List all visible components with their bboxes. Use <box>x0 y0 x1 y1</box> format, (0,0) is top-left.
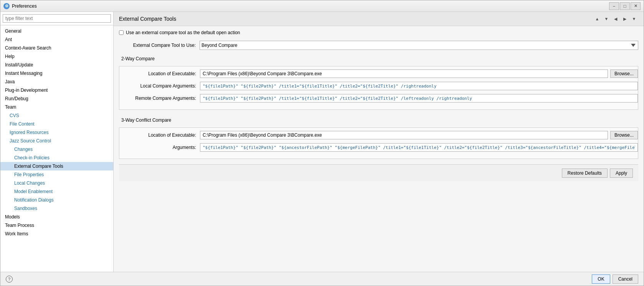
tool-select-wrapper: Beyond Compare <box>200 41 638 50</box>
three-way-args-wrapper <box>200 143 638 152</box>
two-way-remote-args-wrapper <box>200 94 638 102</box>
apply-button[interactable]: Apply <box>610 169 633 178</box>
sidebar-item-context-aware-search[interactable]: Context-Aware Search <box>0 44 113 52</box>
sidebar-item-team[interactable]: Team <box>0 103 113 111</box>
two-way-local-args-wrapper <box>200 82 638 90</box>
nav-forward-button[interactable]: ▶ <box>621 15 629 23</box>
minimize-button[interactable]: − <box>609 2 619 10</box>
sidebar-item-models[interactable]: Models <box>0 213 113 221</box>
ok-cancel-area: OK Cancel <box>592 274 638 284</box>
three-way-args-input[interactable] <box>200 143 638 152</box>
sidebar-item-file-properties[interactable]: File Properties <box>0 170 113 179</box>
two-way-remote-args-row: Remote Compare Arguments: <box>119 94 638 102</box>
sidebar-item-file-content[interactable]: File Content <box>0 120 113 128</box>
sidebar-item-instant-messaging[interactable]: Instant Messaging <box>0 69 113 78</box>
tool-selector-row: External Compare Tool to Use: Beyond Com… <box>119 41 638 50</box>
sidebar-item-notification-dialogs[interactable]: Notification Dialogs <box>0 196 113 204</box>
sidebar: GeneralAntContext-Aware SearchHelpInstal… <box>0 12 114 272</box>
sidebar-item-cvs[interactable]: CVS <box>0 111 113 120</box>
sidebar-item-ignored-resources[interactable]: Ignored Resources <box>0 128 113 137</box>
two-way-remote-args-label: Remote Compare Arguments: <box>119 96 200 101</box>
three-way-exe-label: Location of Executable: <box>119 132 200 138</box>
default-open-action-row: Use an external compare tool as the defa… <box>119 30 638 35</box>
filter-input[interactable] <box>3 14 111 23</box>
help-icon: ? <box>8 277 10 281</box>
three-way-args-row: Arguments: <box>119 143 638 152</box>
two-way-exe-field-wrapper: Browse... <box>200 69 638 78</box>
three-way-exe-row: Location of Executable: Browse... <box>119 131 638 139</box>
nav-buttons: ▲ ▼ ◀ ▶ ▼ <box>593 15 638 23</box>
two-way-exe-input[interactable] <box>200 69 608 78</box>
main-content: GeneralAntContext-Aware SearchHelpInstal… <box>0 12 644 272</box>
ok-button[interactable]: OK <box>592 274 610 284</box>
sidebar-item-work-items[interactable]: Work Items <box>0 230 113 238</box>
panel-header: External Compare Tools ▲ ▼ ◀ ▶ ▼ <box>114 12 644 26</box>
two-way-header: 2-Way Compare <box>119 54 638 64</box>
three-way-browse-button[interactable]: Browse... <box>610 131 638 139</box>
three-way-exe-field-wrapper: Browse... <box>200 131 638 139</box>
preferences-window: ⚙ Preferences − □ ✕ GeneralAntContext-Aw… <box>0 0 644 286</box>
sidebar-item-sandboxes[interactable]: Sandboxes <box>0 204 113 213</box>
two-way-box: Location of Executable: Browse... Local … <box>119 66 638 110</box>
two-way-local-args-input[interactable] <box>200 82 638 90</box>
restore-defaults-button[interactable]: Restore Defaults <box>562 169 608 178</box>
three-way-section: 3-Way Conflict Compare Location of Execu… <box>119 115 638 159</box>
default-action-checkbox[interactable] <box>119 30 124 35</box>
two-way-local-args-row: Local Compare Arguments: <box>119 82 638 90</box>
sidebar-item-external-compare-tools[interactable]: External Compare Tools <box>0 162 113 170</box>
window-title: Preferences <box>12 3 609 9</box>
cancel-button[interactable]: Cancel <box>613 274 638 284</box>
three-way-box: Location of Executable: Browse... Argume… <box>119 127 638 159</box>
sidebar-item-install-update[interactable]: Install/Update <box>0 61 113 69</box>
action-bar: Restore Defaults Apply <box>119 164 638 181</box>
nav-down-button[interactable]: ▼ <box>602 15 611 23</box>
filter-wrapper <box>0 12 113 25</box>
nav-up-button[interactable]: ▲ <box>593 15 601 23</box>
tool-label: External Compare Tool to Use: <box>119 43 200 48</box>
sidebar-item-general[interactable]: General <box>0 27 113 35</box>
window-footer: ? OK Cancel <box>0 272 644 286</box>
default-action-label: Use an external compare tool as the defa… <box>126 30 240 35</box>
three-way-exe-input[interactable] <box>200 131 608 139</box>
two-way-exe-row: Location of Executable: Browse... <box>119 69 638 78</box>
two-way-exe-label: Location of Executable: <box>119 71 200 76</box>
two-way-browse-button[interactable]: Browse... <box>610 69 638 78</box>
sidebar-item-check-in-policies[interactable]: Check-in Policies <box>0 154 113 162</box>
two-way-remote-args-input[interactable] <box>200 94 638 102</box>
app-icon: ⚙ <box>3 3 10 9</box>
tree: GeneralAntContext-Aware SearchHelpInstal… <box>0 25 113 272</box>
title-bar: ⚙ Preferences − □ ✕ <box>0 0 644 12</box>
sidebar-item-plug-in-development[interactable]: Plug-in Development <box>0 86 113 94</box>
sidebar-item-model-enablement[interactable]: Model Enablement <box>0 187 113 196</box>
nav-menu-button[interactable]: ▼ <box>630 15 638 23</box>
help-button[interactable]: ? <box>6 276 13 283</box>
panel-body: Use an external compare tool as the defa… <box>114 26 644 272</box>
two-way-section: 2-Way Compare Location of Executable: Br… <box>119 54 638 110</box>
sidebar-item-team-process[interactable]: Team Process <box>0 221 113 230</box>
tool-select[interactable]: Beyond Compare <box>200 41 638 50</box>
sidebar-item-run-debug[interactable]: Run/Debug <box>0 94 113 103</box>
close-button[interactable]: ✕ <box>631 2 641 10</box>
content-panel: External Compare Tools ▲ ▼ ◀ ▶ ▼ Use an … <box>114 12 644 272</box>
sidebar-item-local-changes[interactable]: Local Changes <box>0 179 113 187</box>
two-way-local-args-label: Local Compare Arguments: <box>119 83 200 89</box>
sidebar-item-changes[interactable]: Changes <box>0 145 113 154</box>
three-way-args-label: Arguments: <box>119 145 200 150</box>
sidebar-item-help[interactable]: Help <box>0 52 113 61</box>
maximize-button[interactable]: □ <box>620 2 630 10</box>
three-way-header: 3-Way Conflict Compare <box>119 115 638 125</box>
sidebar-item-jazz-source-control[interactable]: Jazz Source Control <box>0 137 113 145</box>
sidebar-item-ant[interactable]: Ant <box>0 35 113 44</box>
window-controls: − □ ✕ <box>609 2 641 10</box>
sidebar-item-java[interactable]: Java <box>0 78 113 86</box>
nav-back-button[interactable]: ◀ <box>611 15 620 23</box>
panel-title: External Compare Tools <box>119 16 176 22</box>
